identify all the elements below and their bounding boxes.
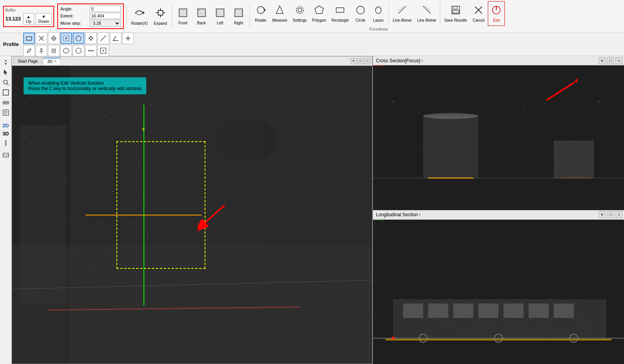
sidebar-2d-label[interactable]: 2D [2,122,10,129]
svg-point-106 [124,147,125,147]
buffer-value: 13.123 [5,16,21,22]
3d-tab-close[interactable]: × [54,59,56,63]
rectangle-label: Rectangle [332,18,349,22]
cross-section-close[interactable]: × [421,58,423,63]
cross-section-view[interactable]: x z [373,65,624,210]
cross-section-close-btn[interactable]: × [615,57,622,64]
point-cloud-svg [12,66,372,364]
longitudinal-dropdown[interactable]: ▾ [598,211,605,218]
select-poly-tool[interactable] [73,32,84,44]
exit-button[interactable]: Exit [488,1,505,26]
svg-point-140 [64,125,64,126]
expand-label: Expand [154,21,167,26]
cross-marker: + [142,126,145,133]
sidebar-select-icon[interactable] [1,88,10,97]
line-tool[interactable] [97,32,109,44]
angle-input[interactable] [90,6,121,12]
sidebar-3d-label[interactable]: 3D [2,130,10,137]
svg-point-107 [139,160,140,161]
extent-input[interactable] [90,13,121,19]
crosshair-tool[interactable] [48,32,60,44]
sidebar-zoom-icon[interactable] [1,78,10,87]
longitudinal-close[interactable]: × [419,213,421,217]
cross2-tool[interactable] [122,32,134,44]
longitudinal-tab-bar: Longitudinal Section × ▾ □ × [373,210,624,220]
svg-point-112 [35,181,36,182]
svg-point-58 [55,50,56,51]
svg-point-158 [423,113,479,119]
line-below-button[interactable]: Line Below [415,1,438,26]
cross-section-dropdown[interactable]: ▾ [598,57,605,64]
cancel-button[interactable]: Cancel [470,1,487,26]
pts-cloud-tool[interactable] [85,32,97,44]
circle-button[interactable]: Circle [352,1,369,26]
settings-button[interactable]: Settings [291,1,309,26]
rect-dots-tool[interactable] [97,45,109,56]
longitudinal-section-view[interactable]: y z [373,220,624,364]
main-3d-view[interactable]: Start Page 3D × ▾ □ × [12,56,373,364]
rotate-button[interactable]: Rotate [252,1,269,26]
pen-tool[interactable] [23,45,35,56]
hex-tool[interactable] [60,45,72,56]
lasso-button[interactable]: Lasso [370,1,387,26]
svg-point-42 [90,36,92,38]
down-button[interactable]: ▼ Down [36,13,52,25]
minimize-btn[interactable]: ▾ [350,58,357,64]
svg-point-68 [103,50,104,51]
measure-button[interactable]: Measure [270,1,290,26]
measure-icon [275,5,285,17]
rotate-x-button[interactable]: Rotate(X) [129,4,150,29]
tooltip-box: When enabling Edit Vertices functionPres… [24,77,146,94]
red-arrow-main [198,201,229,232]
angle-tool[interactable] [110,32,121,44]
cross-section-red-arrow [539,77,578,109]
close-btn[interactable]: × [364,58,371,64]
sidebar-properties-icon[interactable] [1,108,10,117]
sidebar-image-icon[interactable] [1,150,10,160]
sidebar-cursor-icon[interactable] [1,68,10,77]
longitudinal-maximize[interactable]: □ [607,211,614,218]
circle-outline-tool[interactable] [73,45,84,56]
svg-point-110 [186,143,186,144]
svg-point-44 [90,39,92,41]
up-button[interactable]: ▲ Up [23,13,34,25]
angle-row: Angle: [60,6,121,12]
sidebar-nav-icon[interactable] [1,58,10,67]
svg-point-66 [92,50,94,51]
right-label: Right [234,21,243,25]
pts2-tool[interactable] [48,45,60,56]
right-button[interactable]: Right [230,4,247,29]
move-step-select[interactable]: 3.28 1.64 6.56 [90,20,121,27]
anchor-tool[interactable] [36,45,47,56]
main-toolbar: Buffer 13.123 ▲ Up ▼ Down Angle: Extent: [0,0,624,33]
save-results-button[interactable]: Save Results [442,1,469,26]
back-button[interactable]: Back [193,4,210,29]
polygon-button[interactable]: Polygon [310,1,328,26]
dots3-tool[interactable] [85,45,97,56]
longitudinal-close-btn[interactable]: × [615,211,622,218]
maximize-btn[interactable]: □ [357,58,364,64]
3d-tab[interactable]: 3D × [43,58,61,65]
svg-point-165 [385,108,386,109]
line-above-button[interactable]: Line Above [390,1,414,26]
cross-section-tab-bar: Cross Section[Focus] × ▾ □ × [373,56,624,65]
select-pts-tool[interactable] [60,32,72,44]
cross-section-maximize[interactable]: □ [607,57,614,64]
svg-point-89 [89,98,90,99]
point-cloud-canvas[interactable]: When enabling Edit Vertices functionPres… [12,66,372,364]
svg-rect-11 [235,9,243,17]
start-page-tab[interactable]: Start Page [14,58,42,64]
cross-tool[interactable] [36,32,47,44]
svg-point-96 [197,114,198,114]
sidebar-layers-icon[interactable] [1,98,10,107]
svg-point-132 [58,259,59,260]
save-results-icon [451,5,461,17]
rectangle-button[interactable]: Rectangle [329,1,351,26]
main-view-controls: ▾ □ × [350,58,371,64]
expand-button[interactable]: Expand [152,4,169,29]
lasso-label: Lasso [373,18,384,22]
front-button[interactable]: Front [174,4,191,29]
select-rect-tool[interactable] [23,32,35,44]
svg-point-41 [89,38,90,39]
left-button[interactable]: Left [212,4,229,29]
